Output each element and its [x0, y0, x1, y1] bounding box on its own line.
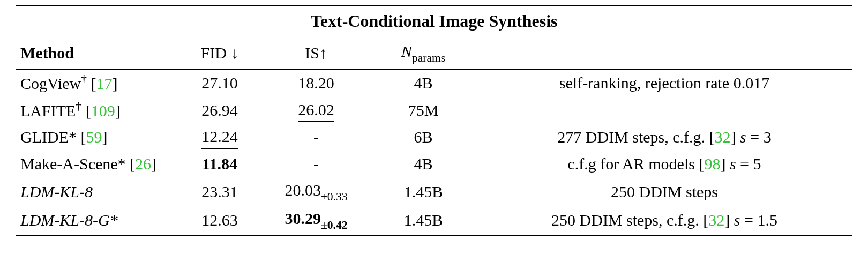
up-arrow-icon: ↑ [319, 44, 327, 62]
fid-cell: 26.94 [177, 97, 263, 124]
citation-link[interactable]: 109 [91, 102, 115, 119]
nparams-cell: 6B [370, 124, 477, 151]
is-cell: 26.02 [263, 97, 370, 124]
col-header-fid: FID ↓ [177, 36, 263, 70]
note-cell: c.f.g for AR models [98] s = 5 [477, 151, 852, 177]
note-text-b: ] [731, 128, 740, 146]
note-text-b: ] [724, 211, 734, 229]
dagger-icon: † [76, 100, 81, 113]
nparams-cell: 1.45B [370, 177, 477, 206]
cite-open: [ [80, 128, 86, 146]
method-cell: LDM-KL-8-G* [16, 206, 177, 235]
table-row: CogView† [17] 27.10 18.20 4B self-rankin… [16, 70, 852, 97]
is-value: 30.29 [285, 210, 321, 227]
is-pm: ±0.33 [321, 190, 348, 203]
method-name: LAFITE [20, 102, 76, 119]
nparams-cell: 4B [370, 70, 477, 97]
citation-link[interactable]: 98 [704, 155, 720, 173]
results-table: Text-Conditional Image Synthesis Method … [16, 5, 852, 236]
method-name: GLIDE [20, 128, 69, 146]
table-row: LDM-KL-8-G* 12.63 30.29±0.42 1.45B 250 D… [16, 206, 852, 235]
is-cell: 30.29±0.42 [263, 206, 370, 235]
nparams-cell: 1.45B [370, 206, 477, 235]
asterisk-icon: * [110, 211, 118, 229]
note-text-a: c.f.g for AR models [ [567, 155, 704, 173]
method-cell: LDM-KL-8 [16, 177, 177, 206]
note-text-b: ] [720, 155, 730, 173]
method-name: CogView [20, 74, 81, 92]
table-container: Text-Conditional Image Synthesis Method … [16, 5, 852, 236]
col-header-method: Method [16, 36, 177, 70]
method-name: LDM-KL-8 [20, 183, 93, 200]
citation-link[interactable]: 32 [715, 128, 731, 146]
method-cell: GLIDE* [59] [16, 124, 177, 151]
note-cell: 250 DDIM steps [477, 177, 852, 206]
variable-s: s [734, 211, 740, 229]
table-row: LDM-KL-8 23.31 20.03±0.33 1.45B 250 DDIM… [16, 177, 852, 206]
cite-open: [ [130, 155, 135, 173]
col-header-nparams: Nparams [370, 36, 477, 70]
method-name: LDM-KL-8-G [20, 211, 110, 229]
nparams-symbol: N [401, 42, 412, 60]
note-cell [477, 97, 852, 124]
fid-cell: 11.84 [177, 151, 263, 177]
note-cell: 250 DDIM steps, c.f.g. [32] s = 1.5 [477, 206, 852, 235]
col-header-is: IS↑ [263, 36, 370, 70]
table-header-row: Method FID ↓ IS↑ Nparams [16, 36, 852, 70]
is-cell: - [263, 151, 370, 177]
variable-s: s [740, 128, 746, 146]
fid-cell: 12.63 [177, 206, 263, 235]
note-eq: = 5 [736, 155, 761, 173]
is-cell: 18.20 [263, 70, 370, 97]
method-cell: Make-A-Scene* [26] [16, 151, 177, 177]
cite-close: ] [151, 155, 156, 173]
down-arrow-icon: ↓ [230, 44, 238, 62]
note-text-a: 277 DDIM steps, c.f.g. [ [557, 128, 714, 146]
is-value: 20.03 [285, 181, 321, 199]
cite-open: [ [86, 102, 91, 119]
method-name: Make-A-Scene [20, 155, 118, 173]
citation-link[interactable]: 17 [96, 74, 113, 92]
variable-s: s [730, 155, 736, 173]
is-cell: 20.03±0.33 [263, 177, 370, 206]
fid-cell: 27.10 [177, 70, 263, 97]
dagger-icon: † [81, 72, 87, 85]
note-eq: = 1.5 [740, 211, 777, 229]
is-label: IS [305, 44, 319, 62]
nparams-cell: 75M [370, 97, 477, 124]
citation-link[interactable]: 59 [86, 128, 102, 146]
note-eq: = 3 [746, 128, 772, 146]
nparams-cell: 4B [370, 151, 477, 177]
underlined-value: 26.02 [298, 99, 334, 122]
fid-label: FID [201, 44, 227, 62]
method-cell: LAFITE† [109] [16, 97, 177, 124]
cite-close: ] [115, 102, 121, 119]
table-title: Text-Conditional Image Synthesis [16, 6, 852, 36]
table-title-row: Text-Conditional Image Synthesis [16, 6, 852, 36]
note-cell: 277 DDIM steps, c.f.g. [32] s = 3 [477, 124, 852, 151]
asterisk-icon: * [118, 155, 126, 173]
is-pm: ±0.42 [321, 219, 348, 231]
cite-close: ] [102, 128, 107, 146]
fid-cell: 12.24 [177, 124, 263, 151]
method-cell: CogView† [17] [16, 70, 177, 97]
cite-close: ] [113, 74, 118, 92]
nparams-subscript: params [412, 51, 445, 64]
note-cell: self-ranking, rejection rate 0.017 [477, 70, 852, 97]
fid-cell: 23.31 [177, 177, 263, 206]
col-header-note [477, 36, 852, 70]
table-row: Make-A-Scene* [26] 11.84 - 4B c.f.g for … [16, 151, 852, 177]
cite-open: [ [91, 74, 96, 92]
table-row: LAFITE† [109] 26.94 26.02 75M [16, 97, 852, 124]
underlined-value: 12.24 [201, 126, 238, 149]
asterisk-icon: * [69, 128, 77, 146]
citation-link[interactable]: 32 [708, 211, 724, 229]
citation-link[interactable]: 26 [135, 155, 151, 173]
table-row: GLIDE* [59] 12.24 - 6B 277 DDIM steps, c… [16, 124, 852, 151]
note-text-a: 250 DDIM steps, c.f.g. [ [551, 211, 708, 229]
is-cell: - [263, 124, 370, 151]
